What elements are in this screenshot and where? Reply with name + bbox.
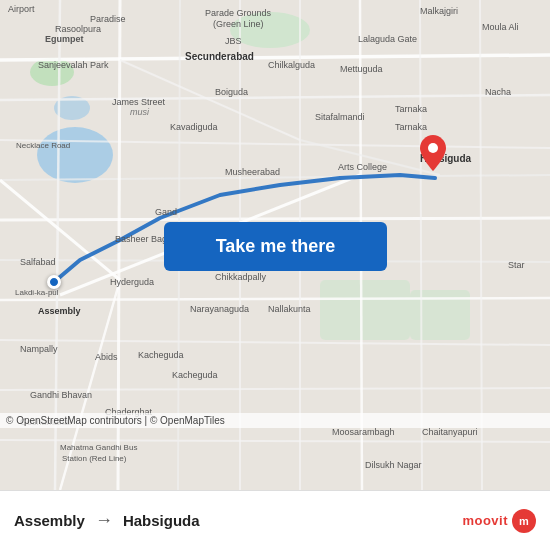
- arrow-icon: →: [95, 510, 113, 531]
- svg-text:Paradise: Paradise: [90, 14, 126, 24]
- origin-marker: [47, 275, 61, 289]
- svg-text:Chilkalguda: Chilkalguda: [268, 60, 315, 70]
- svg-text:Sanjeevalah Park: Sanjeevalah Park: [38, 60, 109, 70]
- svg-point-80: [428, 143, 438, 153]
- svg-rect-4: [320, 280, 410, 340]
- svg-text:Secunderabad: Secunderabad: [185, 51, 254, 62]
- svg-text:Dilsukh Nagar: Dilsukh Nagar: [365, 460, 422, 470]
- svg-text:Mettuguda: Mettuguda: [340, 64, 383, 74]
- svg-text:Nallakunta: Nallakunta: [268, 304, 311, 314]
- svg-text:Parade Grounds: Parade Grounds: [205, 8, 272, 18]
- to-location-label: Habsiguda: [123, 512, 200, 529]
- svg-text:Tarnaka: Tarnaka: [395, 122, 427, 132]
- svg-text:Abids: Abids: [95, 352, 118, 362]
- take-me-there-button[interactable]: Take me there: [164, 222, 387, 271]
- svg-text:musi: musi: [130, 107, 150, 117]
- destination-marker: [420, 135, 446, 175]
- svg-text:Kacheguda: Kacheguda: [172, 370, 218, 380]
- moovit-icon: m: [512, 509, 536, 533]
- svg-text:JBS: JBS: [225, 36, 242, 46]
- svg-text:Sitafalmandi: Sitafalmandi: [315, 112, 365, 122]
- map-container: Airport Rasoolpura Paradise Egumpet Para…: [0, 0, 550, 490]
- svg-text:Gandhi Bhavan: Gandhi Bhavan: [30, 390, 92, 400]
- svg-text:Narayanaguda: Narayanaguda: [190, 304, 249, 314]
- svg-text:Assembly: Assembly: [38, 306, 81, 316]
- svg-text:Egumpet: Egumpet: [45, 34, 84, 44]
- svg-line-11: [0, 218, 550, 220]
- svg-text:Star: Star: [508, 260, 525, 270]
- svg-text:Kacheguda: Kacheguda: [138, 350, 184, 360]
- svg-text:(Green Line): (Green Line): [213, 19, 264, 29]
- svg-text:Nacha: Nacha: [485, 87, 511, 97]
- svg-text:Nampally: Nampally: [20, 344, 58, 354]
- svg-text:Malkajgiri: Malkajgiri: [420, 6, 458, 16]
- bottom-bar: Assembly → Habsiguda moovit m: [0, 490, 550, 550]
- svg-text:Lalaguda Gate: Lalaguda Gate: [358, 34, 417, 44]
- svg-text:Chaitanyapuri: Chaitanyapuri: [422, 427, 478, 437]
- svg-text:Airport: Airport: [8, 4, 35, 14]
- svg-text:Moosarambagh: Moosarambagh: [332, 427, 395, 437]
- svg-text:Salfabad: Salfabad: [20, 257, 56, 267]
- svg-text:Necklace Road: Necklace Road: [16, 141, 70, 150]
- svg-point-1: [37, 127, 113, 183]
- svg-text:Chikkadpally: Chikkadpally: [215, 272, 267, 282]
- svg-text:Lakdi-ka-pul: Lakdi-ka-pul: [15, 288, 59, 297]
- svg-text:Tarnaka: Tarnaka: [395, 104, 427, 114]
- svg-text:Boiguda: Boiguda: [215, 87, 248, 97]
- moovit-brand-text: moovit: [462, 513, 508, 528]
- svg-text:Hyderguda: Hyderguda: [110, 277, 154, 287]
- svg-text:Mahatma Gandhi Bus: Mahatma Gandhi Bus: [60, 443, 137, 452]
- from-location-label: Assembly: [14, 512, 85, 529]
- moovit-logo: moovit m: [462, 509, 536, 533]
- svg-text:Moula Ali: Moula Ali: [482, 22, 519, 32]
- map-attribution: © OpenStreetMap contributors | © OpenMap…: [0, 413, 550, 428]
- svg-text:Kavadiguda: Kavadiguda: [170, 122, 218, 132]
- svg-text:Arts College: Arts College: [338, 162, 387, 172]
- svg-text:Musheerabad: Musheerabad: [225, 167, 280, 177]
- svg-text:Rasoolpura: Rasoolpura: [55, 24, 101, 34]
- svg-text:Station (Red Line): Station (Red Line): [62, 454, 127, 463]
- svg-text:James Street: James Street: [112, 97, 166, 107]
- svg-text:Gand: Gand: [155, 207, 177, 217]
